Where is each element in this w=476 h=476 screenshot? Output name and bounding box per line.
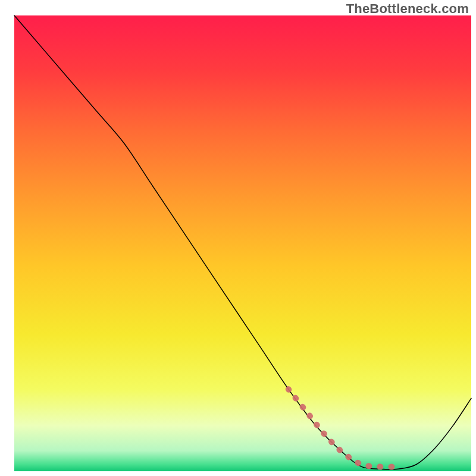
chart-background [14,15,471,471]
chart-svg [0,0,476,476]
watermark-text: TheBottleneck.com [346,1,469,17]
chart-container: TheBottleneck.com [0,0,476,476]
